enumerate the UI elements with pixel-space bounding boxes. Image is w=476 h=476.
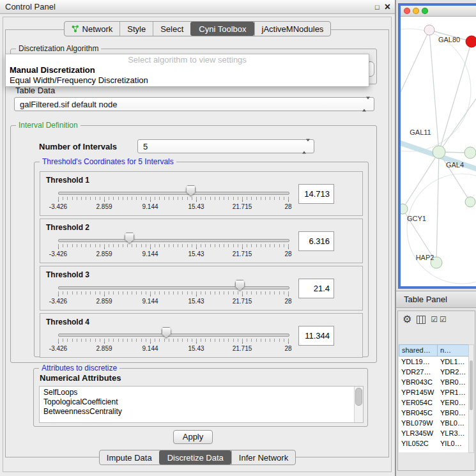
tab-label: jActiveMNodules	[262, 24, 324, 34]
slider-thumb[interactable]	[125, 233, 134, 243]
checkbox-icon[interactable]: ☑	[440, 316, 447, 323]
number-of-intervals-combobox[interactable]: 5	[137, 139, 314, 153]
threshold-value-field[interactable]: 6.316	[298, 231, 334, 251]
spinner-arrows-icon	[362, 100, 370, 109]
network-window-titlebar[interactable]	[401, 6, 476, 17]
network-node[interactable]	[433, 146, 445, 158]
tab-label: Network	[82, 24, 113, 34]
dropdown-option-equal-width-frequency[interactable]: Equal Width/Frequency Discretization	[6, 75, 369, 86]
table-row[interactable]: YER054CYER0…	[399, 397, 470, 408]
attributes-scrollbar[interactable]	[354, 387, 363, 422]
table-row[interactable]: YIL052CYIL0…	[399, 438, 470, 449]
slider-scale-label: 2.859	[96, 250, 112, 257]
slider-track[interactable]	[58, 192, 289, 195]
threshold-value-field[interactable]: 21.4	[298, 279, 334, 298]
tab-label: Infer Network	[239, 453, 288, 463]
table-data-combobox[interactable]: galFiltered.sif default node	[14, 97, 374, 111]
table-column-header[interactable]: n…	[438, 344, 470, 357]
tab-infer-network[interactable]: Infer Network	[231, 450, 295, 464]
table-cell: YLR3…	[438, 428, 470, 438]
tab-jactivemnodules[interactable]: jActiveMNodules	[254, 22, 331, 36]
table-cell: YIL0…	[438, 438, 470, 449]
network-node[interactable]	[466, 36, 476, 47]
zoom-traffic-light[interactable]	[422, 8, 428, 14]
dropdown-option-manual-discretization[interactable]: Manual Discretization	[6, 65, 369, 75]
network-node[interactable]	[401, 204, 408, 214]
gear-icon[interactable]: ⚙	[403, 314, 411, 325]
table-row[interactable]: YLR345WYLR3…	[399, 428, 470, 438]
table-row[interactable]: YDR27…YDR2…	[399, 367, 470, 377]
apply-button[interactable]: Apply	[173, 430, 213, 444]
thresholds-group-label: Threshold's Coordinates for 5 Intervals	[40, 157, 176, 166]
list-item[interactable]: SelfLoops	[40, 388, 354, 397]
threshold-value-field[interactable]: 14.713	[298, 184, 334, 204]
slider-track[interactable]	[58, 334, 289, 337]
slider-thumb[interactable]	[235, 280, 245, 291]
scrollbar-thumb[interactable]	[470, 360, 473, 410]
tab-impute-data[interactable]: Impute Data	[100, 450, 159, 464]
slider-thumb[interactable]	[186, 185, 196, 196]
slider-scale-label: 9.144	[142, 250, 158, 257]
table-data-label: Table Data	[15, 86, 55, 95]
columns-icon[interactable]	[417, 316, 426, 324]
network-icon	[72, 25, 79, 33]
threshold-value-field[interactable]: 11.344	[298, 326, 334, 346]
list-item[interactable]: BetweennessCentrality	[40, 407, 354, 417]
node-label: GCY1	[407, 215, 426, 222]
top-tab-bar: NetworkStyleSelectCyni ToolboxjActiveMNo…	[64, 21, 332, 36]
window-titlebar[interactable]: Control Panel □ ×	[0, 0, 395, 14]
table-panel-titlebar[interactable]: Table Panel	[396, 291, 476, 308]
network-node[interactable]	[424, 25, 434, 35]
network-node[interactable]	[464, 147, 476, 158]
network-view-window[interactable]: GAL80GAL11GAL4GCY1HAP2	[398, 3, 476, 289]
table-row[interactable]: YBR043CYBR0…	[399, 377, 470, 387]
slider-track[interactable]	[58, 239, 289, 242]
screen: Control Panel □ × NetworkStyleSelectCyni…	[0, 0, 476, 476]
minimize-icon[interactable]: □	[375, 3, 380, 11]
network-canvas[interactable]: GAL80GAL11GAL4GCY1HAP2	[401, 17, 476, 286]
control-panel-window: Control Panel □ × NetworkStyleSelectCyni…	[0, 0, 395, 476]
threshold-panel: Threshold 3-3.4262.8599.14415.4321.71528…	[40, 266, 363, 311]
attributes-group-label: Attributes to discretize	[39, 364, 119, 372]
threshold-panel: Threshold 2-3.4262.8599.14415.4321.71528…	[40, 219, 363, 263]
table-cell: YBR0…	[438, 377, 470, 387]
close-icon[interactable]: ×	[385, 2, 390, 12]
node-label: GAL4	[446, 161, 464, 169]
interval-definition-group: Interval Definition Number of Intervals …	[10, 125, 377, 363]
table-column-header[interactable]: shared…	[399, 344, 438, 357]
slider-scale-label: 28	[284, 203, 291, 210]
table-row[interactable]: YPR145WYPR1…	[399, 387, 470, 397]
network-node[interactable]	[465, 197, 475, 207]
dropdown-hint: Select algorithm to view settings	[6, 55, 369, 65]
table-scrollbar[interactable]	[468, 344, 474, 453]
tab-select[interactable]: Select	[153, 22, 190, 36]
close-traffic-light[interactable]	[404, 8, 410, 14]
tab-network[interactable]: Network	[65, 22, 120, 36]
list-item[interactable]: TopologicalCoefficient	[40, 397, 354, 407]
table-panel-title: Table Panel	[404, 291, 447, 307]
tab-label: Style	[127, 24, 146, 34]
slider-thumb[interactable]	[162, 327, 171, 338]
attributes-group: Attributes to discretize Numerical Attri…	[33, 368, 368, 427]
table-row[interactable]: YBL079WYBL0…	[399, 418, 470, 428]
bottom-tab-bar: Impute DataDiscretize DataInfer Network	[99, 450, 296, 465]
table-row[interactable]: YBR045CYBR0…	[399, 408, 470, 418]
slider-scale-label: -3.426	[49, 203, 67, 210]
attributes-listbox[interactable]: SelfLoopsTopologicalCoefficientBetweenne…	[39, 386, 364, 423]
slider-scale-label: 21.715	[233, 203, 252, 210]
table-row[interactable]: YDL19…YDL1…	[399, 357, 470, 367]
threshold-label: Threshold 2	[46, 223, 89, 232]
slider-scale-label: 9.144	[142, 203, 158, 210]
checkbox-icon[interactable]: ☑	[431, 316, 438, 323]
table-cell: YPR1…	[438, 387, 470, 397]
algorithm-dropdown-popup: Select algorithm to view settings Manual…	[5, 54, 369, 87]
scrollbar-thumb[interactable]	[355, 388, 362, 406]
right-side-area: GAL80GAL11GAL4GCY1HAP2 Table Panel ⚙ ☑☑ …	[396, 0, 476, 476]
tab-cyni-toolbox[interactable]: Cyni Toolbox	[190, 22, 254, 36]
tab-discretize-data[interactable]: Discretize Data	[159, 450, 231, 464]
slider-track[interactable]	[58, 286, 289, 289]
slider-scale-label: 15.43	[188, 203, 204, 210]
minimize-traffic-light[interactable]	[413, 8, 419, 14]
slider-scale-label: 28	[284, 250, 291, 257]
tab-style[interactable]: Style	[119, 22, 153, 36]
